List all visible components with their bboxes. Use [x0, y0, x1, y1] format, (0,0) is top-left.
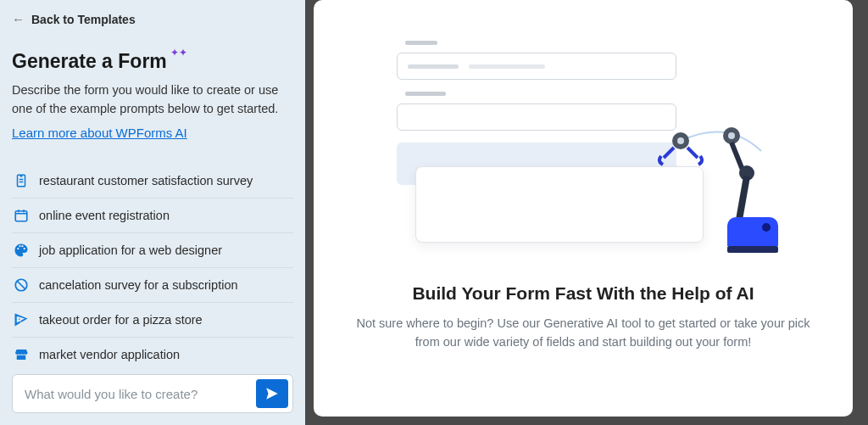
prompt-input[interactable]: [25, 387, 256, 401]
prompt-item-cancelation[interactable]: cancelation survey for a subscription: [12, 268, 293, 303]
main-wrap: Build Your Form Fast With the Help of AI…: [305, 0, 868, 425]
prompt-label: market vendor application: [39, 348, 180, 361]
prompt-label: restaurant customer satisfaction survey: [39, 174, 253, 187]
send-button[interactable]: [256, 379, 288, 408]
form-illustration: [397, 41, 770, 253]
ban-icon: [14, 277, 29, 293]
description-text: Describe the form you would like to crea…: [12, 81, 293, 119]
prompt-item-event[interactable]: online event registration: [12, 199, 293, 233]
prompt-list: restaurant customer satisfaction survey …: [12, 164, 293, 372]
prompt-item-job[interactable]: job application for a web designer: [12, 233, 293, 268]
prompt-item-pizza[interactable]: takeout order for a pizza store: [12, 303, 293, 338]
calendar-icon: [14, 208, 29, 223]
main-description: Not sure where to begin? Use our Generat…: [354, 314, 812, 352]
back-label: Back to Templates: [31, 13, 136, 26]
page-title: Generate a Form: [12, 50, 167, 73]
title-row: Generate a Form ✦✦: [12, 50, 293, 73]
prompt-item-restaurant[interactable]: restaurant customer satisfaction survey: [12, 164, 293, 199]
sparkle-icon: ✦✦: [170, 47, 187, 59]
send-icon: [264, 386, 280, 401]
clipboard-icon: [14, 173, 29, 188]
prompt-input-row: [12, 374, 293, 413]
learn-more-link[interactable]: Learn more about WPForms AI: [12, 126, 293, 140]
prompt-item-vendor[interactable]: market vendor application: [12, 338, 293, 372]
main-panel: Build Your Form Fast With the Help of AI…: [314, 0, 853, 417]
prompt-label: cancelation survey for a subscription: [39, 278, 238, 292]
pizza-icon: [14, 312, 29, 327]
svg-rect-6: [736, 176, 750, 221]
prompt-label: job application for a web designer: [39, 243, 222, 257]
palette-icon: [14, 243, 29, 258]
svg-point-3: [728, 132, 735, 139]
svg-rect-10: [727, 246, 778, 253]
prompt-label: online event registration: [39, 209, 170, 222]
back-button[interactable]: ← Back to Templates: [12, 12, 293, 26]
svg-point-8: [677, 137, 684, 144]
robot-arm-icon: [651, 126, 795, 261]
arrow-left-icon: ←: [12, 12, 25, 26]
store-icon: [14, 347, 29, 362]
svg-point-9: [762, 223, 771, 232]
prompt-label: takeout order for a pizza store: [39, 313, 203, 327]
sidebar: ← Back to Templates Generate a Form ✦✦ D…: [0, 0, 305, 425]
svg-rect-0: [15, 210, 27, 221]
main-title: Build Your Form Fast With the Help of AI: [412, 283, 754, 304]
